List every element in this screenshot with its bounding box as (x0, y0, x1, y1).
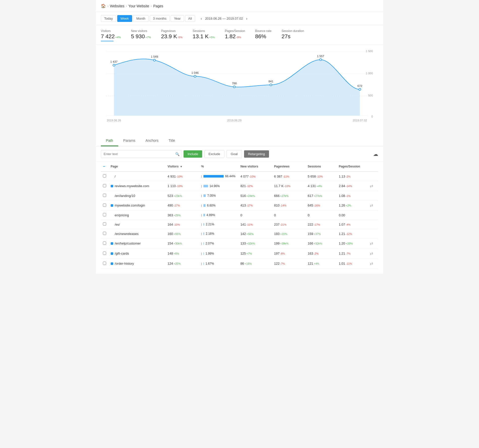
table-row: en/pricing 363+29% | 4.89% 0 0 0 0.00 (101, 211, 378, 220)
row-checkbox[interactable] (103, 242, 106, 245)
table-row: reviews.mywebsite.com 1 110-10% | 14.96%… (101, 181, 378, 191)
new-visitors-cell: 86+16% (238, 259, 272, 269)
stats-row: Visitors 7 422 +4% New visitors 5 930 +7… (96, 25, 383, 45)
stat-pageviews-value: 23.9 K (161, 33, 177, 40)
retarget-icon[interactable]: ⇄ (370, 184, 373, 188)
pageviews-cell: 193+21% (272, 229, 306, 238)
row-checkbox[interactable] (103, 222, 106, 226)
pageviews-cell: 0 (272, 211, 306, 220)
cloud-download-icon[interactable]: ☁ (373, 151, 378, 157)
sessions-cell: 617+27k% (306, 191, 337, 200)
tab-title[interactable]: Title (163, 135, 180, 146)
stat-new-visitors-change: +7% (145, 36, 151, 39)
filter-all[interactable]: All (185, 15, 195, 22)
row-checkbox-cell (101, 259, 109, 269)
percent-bar: | 66.44% (201, 175, 236, 178)
exclude-button[interactable]: Exclude (204, 150, 224, 158)
percent-value: 2.16% (206, 232, 214, 235)
stat-pages-session-value: 1.82 (225, 33, 236, 40)
tab-anchors[interactable]: Anchors (140, 135, 163, 146)
sessions-cell: 163-2% (306, 249, 337, 259)
visitors-value: 164 (168, 223, 173, 226)
page-link[interactable]: mywebsite.com/login (115, 203, 145, 207)
actions-cell (368, 171, 378, 181)
sessions-change: -16% (314, 204, 320, 207)
row-checkbox[interactable] (103, 262, 106, 265)
row-checkbox[interactable] (103, 232, 106, 235)
retarget-icon[interactable]: ⇄ (370, 261, 373, 266)
stat-bounce-rate-value: 86% (255, 33, 266, 40)
pageviews-value: 237 (274, 223, 280, 226)
page-link[interactable]: /order-history (115, 262, 134, 265)
page-link[interactable]: /en/newreleases (115, 232, 139, 236)
page-link[interactable]: /en/landing/10 (115, 194, 135, 198)
row-checkbox-cell (101, 211, 109, 220)
retarget-icon[interactable]: ⇄ (370, 241, 373, 246)
goal-button[interactable]: Goal (226, 150, 242, 158)
visitors-change: -10% (176, 175, 183, 178)
pps-cell: 1.01-11% (337, 259, 368, 269)
date-next-button[interactable]: › (245, 16, 249, 21)
search-input[interactable] (101, 150, 182, 158)
filter-year[interactable]: Year (171, 15, 184, 22)
page-link[interactable]: /es/ (115, 223, 120, 226)
table-container: − Page Visitors ▼ % New visitors Pagevie… (96, 162, 383, 274)
new-visitors-change: -11% (246, 223, 253, 226)
filter-today[interactable]: Today (101, 15, 116, 22)
stat-new-visitors-label: New visitors (131, 29, 151, 33)
breadcrumb-your-website[interactable]: Your Website (128, 4, 149, 8)
page-cell: /en/help/customer (109, 238, 166, 249)
date-prev-button[interactable]: ‹ (199, 16, 203, 21)
page-link[interactable]: /gift-cards (115, 252, 129, 255)
row-checkbox[interactable] (103, 184, 106, 187)
th-visitors[interactable]: Visitors ▼ (166, 162, 199, 171)
stat-new-visitors: New visitors 5 930 +7% (131, 29, 151, 41)
pps-change: +20% (346, 242, 353, 245)
svg-text:788: 788 (232, 82, 237, 85)
filter-week[interactable]: Week (117, 15, 132, 22)
breadcrumb-websites[interactable]: Websites (110, 4, 124, 8)
breadcrumb: 🏠 › Websites › Your Website › Pages (96, 0, 383, 12)
row-checkbox[interactable] (103, 194, 106, 197)
sessions-cell: 5 658-10% (306, 171, 337, 181)
pageviews-change: -21% (280, 223, 287, 226)
retarget-icon[interactable]: ⇄ (370, 203, 373, 208)
retargeting-button[interactable]: Retargeting (244, 150, 269, 158)
retarget-icon[interactable]: ⇄ (370, 251, 373, 256)
page-link[interactable]: / (115, 175, 116, 178)
page-link[interactable]: /en/help/customer (115, 242, 141, 245)
tab-params[interactable]: Params (118, 135, 140, 146)
filter-3months[interactable]: 3 months (150, 15, 170, 22)
row-checkbox[interactable] (103, 213, 106, 216)
percent-value: 1.67% (205, 262, 214, 265)
pps-cell: 1.08-1% (337, 191, 368, 200)
pageviews-cell: 6 387-11% (272, 171, 306, 181)
row-checkbox[interactable] (103, 174, 106, 178)
row-checkbox[interactable] (103, 203, 106, 207)
page-cell: /en/landing/10 (109, 191, 166, 200)
pageviews-value: 199 (274, 242, 280, 245)
row-checkbox-cell (101, 249, 109, 259)
search-icon: 🔍 (175, 152, 179, 156)
new-visitors-cell: 4 077-10% (238, 171, 272, 181)
page-link[interactable]: en/pricing (115, 213, 129, 217)
pps-change: -12% (346, 232, 352, 235)
filter-month[interactable]: Month (133, 15, 149, 22)
percent-bar: | 1.67% (201, 262, 236, 265)
pps-change: -11% (346, 262, 352, 265)
sessions-value: 0 (308, 213, 310, 217)
home-icon[interactable]: 🏠 (101, 4, 106, 8)
include-button[interactable]: Include (184, 150, 202, 158)
visitors-value: 363 (168, 213, 173, 217)
page-link[interactable]: reviews.mywebsite.com (115, 184, 149, 188)
row-checkbox[interactable] (103, 252, 106, 255)
visitors-change: +29% (173, 214, 181, 217)
select-all-icon[interactable]: − (103, 164, 105, 168)
pageviews-cell: 199+39k% (272, 238, 306, 249)
percent-value: 1.99% (205, 252, 214, 255)
stat-visitors: Visitors 7 422 +4% (101, 29, 121, 41)
pps-cell: 1.07-4% (337, 220, 368, 229)
tab-path[interactable]: Path (101, 135, 118, 146)
sessions-change: +27k% (314, 194, 322, 197)
percent-bar: | 1.99% (201, 252, 236, 255)
